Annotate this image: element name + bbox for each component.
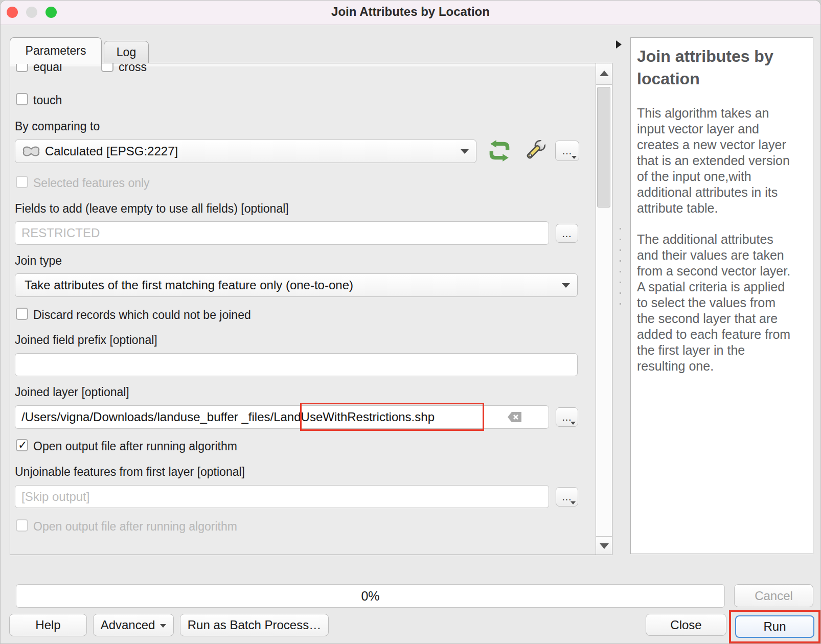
progress-label: 0% [361, 589, 379, 603]
cancel-button: Cancel [734, 584, 813, 607]
chevron-down-icon [572, 156, 577, 159]
iterate-over-layer-button[interactable] [486, 139, 513, 164]
fields-to-add-input[interactable] [15, 221, 549, 245]
joined-layer-field-wrap [15, 405, 549, 429]
comparing-more-button[interactable]: … [555, 141, 579, 161]
touch-label: touch [33, 94, 62, 107]
ellipsis-icon: … [562, 146, 573, 156]
chevron-down-icon [562, 283, 570, 288]
ellipsis-icon: … [562, 412, 573, 422]
cross-label: cross [119, 63, 147, 74]
join-type-value: Take attributes of the first matching fe… [25, 278, 353, 292]
joined-layer-label: Joined layer [optional] [15, 385, 129, 399]
open-output-disabled-checkbox [16, 519, 28, 532]
join-type-label: Join type [15, 254, 62, 268]
open-output-label: Open output file after running algorithm [33, 440, 237, 453]
advanced-options-button[interactable] [521, 138, 548, 165]
window-titlebar: Join Attributes by Location [1, 1, 820, 25]
backspace-icon [507, 411, 522, 423]
arrow-down-icon [600, 543, 609, 549]
help-collapse-icon[interactable] [616, 40, 622, 49]
params-scrollbar[interactable] [596, 63, 612, 555]
splitter-handle[interactable] [620, 228, 621, 305]
discard-records-checkbox[interactable] [16, 308, 28, 320]
joined-field-prefix-input[interactable] [15, 353, 578, 376]
unjoinable-more-button[interactable]: … [556, 487, 578, 507]
scroll-down-button[interactable] [596, 536, 612, 555]
fields-to-add-more-button[interactable]: … [556, 224, 578, 243]
fields-to-add-label: Fields to add (leave empty to use all fi… [15, 202, 289, 216]
chevron-down-icon [461, 149, 469, 154]
equal-label: equal [33, 63, 62, 74]
clear-text-button[interactable] [507, 411, 522, 425]
scroll-up-button[interactable] [596, 63, 612, 85]
help-button[interactable]: Help [9, 614, 87, 636]
cross-checkbox[interactable] [101, 63, 113, 72]
polygon-layer-icon [21, 144, 41, 159]
equal-checkbox[interactable] [16, 63, 28, 72]
window-title: Join Attributes by Location [1, 5, 820, 19]
ellipsis-icon: … [562, 228, 573, 239]
arrow-up-icon [600, 71, 609, 76]
joined-field-prefix-label: Joined field prefix [optional] [15, 333, 157, 347]
advanced-label: Advanced [101, 618, 155, 632]
chevron-down-icon [571, 501, 576, 504]
help-paragraph: The additional attributes and their valu… [637, 232, 807, 374]
discard-records-label: Discard records which could not be joine… [33, 308, 251, 322]
join-type-select[interactable]: Take attributes of the first matching fe… [15, 273, 578, 297]
run-button[interactable]: Run [735, 615, 814, 638]
open-output-disabled-label: Open output file after running algorithm [33, 520, 237, 534]
tab-parameters[interactable]: Parameters [10, 37, 102, 64]
ellipsis-icon: … [562, 492, 573, 502]
parameters-scroll-area: equal cross touch By comparing to Calcul… [10, 63, 596, 555]
iterate-icon [486, 139, 513, 163]
tab-log[interactable]: Log [104, 41, 149, 63]
batch-process-button[interactable]: Run as Batch Process… [180, 614, 329, 636]
comparing-layer-value: Calculated [EPSG:2227] [45, 144, 178, 158]
join-attributes-dialog: Join Attributes by Location Log Paramete… [0, 0, 821, 644]
scrollbar-thumb[interactable] [597, 87, 610, 208]
unjoinable-features-input[interactable] [15, 485, 549, 508]
by-comparing-to-label: By comparing to [15, 120, 100, 133]
progress-bar: 0% [16, 584, 725, 608]
help-panel: Join attributes by location This algorit… [630, 37, 813, 554]
advanced-button[interactable]: Advanced [93, 614, 174, 636]
chevron-down-icon [160, 624, 166, 628]
parameters-panel: equal cross touch By comparing to Calcul… [10, 63, 612, 555]
wrench-icon [521, 138, 548, 164]
joined-layer-input[interactable] [15, 405, 549, 429]
selected-features-checkbox [16, 176, 28, 188]
open-output-checkbox[interactable] [16, 439, 28, 451]
comparing-layer-select[interactable]: Calculated [EPSG:2227] [15, 140, 476, 163]
unjoinable-features-label: Unjoinable features from first layer [op… [15, 465, 245, 479]
close-button[interactable]: Close [646, 614, 726, 636]
chevron-down-icon [571, 422, 576, 425]
touch-checkbox[interactable] [16, 93, 28, 105]
help-title: Join attributes by location [637, 45, 807, 90]
joined-layer-more-button[interactable]: … [556, 407, 578, 427]
help-paragraph: This algorithm takes an input vector lay… [637, 105, 807, 216]
selected-features-label: Selected features only [33, 176, 150, 190]
